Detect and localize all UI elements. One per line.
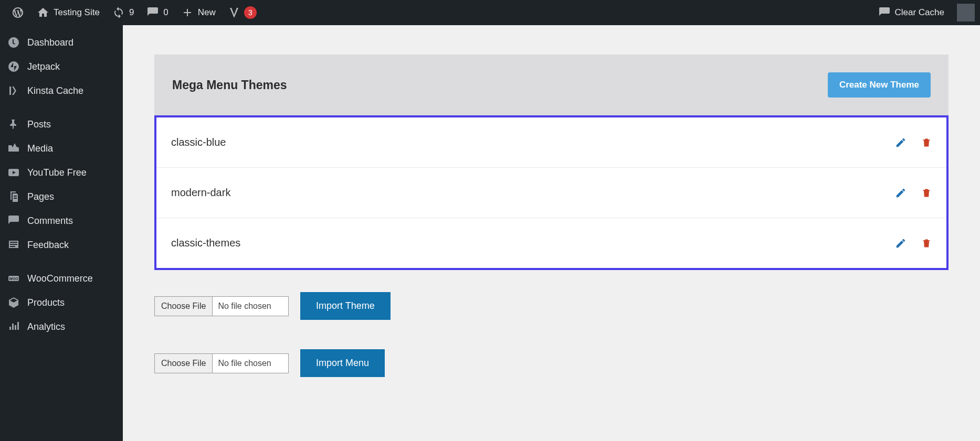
file-status-text: No file chosen [213, 359, 276, 368]
trash-icon[interactable] [921, 238, 932, 249]
sidebar-item-pages[interactable]: Pages [0, 185, 123, 209]
trash-icon[interactable] [921, 137, 932, 148]
theme-name: classic-blue [171, 136, 226, 148]
choose-file-button[interactable]: Choose File [155, 354, 213, 373]
pencil-icon[interactable] [895, 238, 907, 249]
comments-count: 0 [163, 7, 168, 18]
main-content: Mega Menu Themes Create New Theme classi… [123, 25, 980, 441]
theme-name: modern-dark [171, 187, 230, 199]
theme-row: classic-themes [156, 218, 946, 268]
sidebar-item-label: WooCommerce [27, 273, 93, 284]
new-label: New [198, 7, 216, 18]
svg-text:WOO: WOO [9, 277, 18, 281]
site-home[interactable]: Testing Site [30, 0, 106, 25]
panel-header: Mega Menu Themes Create New Theme [154, 55, 949, 115]
sidebar-item-label: Feedback [27, 240, 69, 251]
plus-icon [181, 6, 194, 19]
user-avatar[interactable] [957, 4, 975, 21]
comments-link[interactable]: 0 [140, 0, 174, 25]
sidebar-item-media[interactable]: Media [0, 136, 123, 160]
sidebar-item-label: Comments [27, 216, 73, 227]
feedback-icon [7, 239, 20, 251]
chat-icon [878, 6, 891, 19]
sidebar-item-dashboard[interactable]: Dashboard [0, 30, 123, 55]
comments-icon [7, 214, 20, 227]
updates-count: 9 [129, 7, 134, 18]
yoast-badge: 3 [244, 6, 257, 19]
sidebar-item-label: Analytics [27, 321, 65, 332]
sidebar-item-label: Dashboard [27, 37, 73, 48]
wordpress-icon [12, 6, 24, 19]
theme-name: classic-themes [171, 237, 240, 249]
sidebar-item-youtube[interactable]: YouTube Free [0, 160, 123, 185]
media-icon [7, 142, 20, 155]
yoast[interactable]: 3 [222, 0, 263, 25]
pencil-icon[interactable] [895, 187, 907, 199]
analytics-icon [7, 320, 20, 333]
import-menu-row: Choose File No file chosen Import Menu [154, 349, 949, 377]
box-icon [7, 296, 20, 309]
clear-cache-label: Clear Cache [895, 7, 945, 18]
yoast-icon [228, 6, 241, 19]
sidebar-item-label: YouTube Free [27, 167, 87, 178]
import-theme-button[interactable]: Import Theme [300, 292, 391, 320]
sidebar-item-woo[interactable]: WOOWooCommerce [0, 266, 123, 291]
choose-file-button[interactable]: Choose File [155, 297, 213, 316]
file-input-menu[interactable]: Choose File No file chosen [154, 353, 289, 373]
theme-row: modern-dark [156, 168, 946, 218]
sidebar-item-analytics[interactable]: Analytics [0, 315, 123, 339]
sidebar-item-label: Media [27, 143, 53, 154]
new-content[interactable]: New [175, 0, 222, 25]
admin-toolbar: Testing Site 9 0 New 3 Clear Cache [0, 0, 980, 25]
sidebar-item-label: Kinsta Cache [27, 85, 83, 96]
pages-icon [7, 190, 20, 203]
kinsta-icon [7, 84, 20, 97]
pin-icon [7, 118, 20, 131]
panel-title: Mega Menu Themes [172, 78, 287, 92]
sidebar-item-label: Products [27, 297, 65, 308]
wp-logo[interactable] [5, 0, 30, 25]
home-icon [37, 6, 49, 19]
clear-cache[interactable]: Clear Cache [872, 0, 951, 25]
import-theme-row: Choose File No file chosen Import Theme [154, 292, 949, 320]
file-input-theme[interactable]: Choose File No file chosen [154, 296, 289, 316]
svg-point-0 [8, 61, 19, 72]
comment-icon [146, 6, 159, 19]
updates[interactable]: 9 [106, 0, 140, 25]
sidebar-item-posts[interactable]: Posts [0, 112, 123, 136]
sidebar-item-feedback[interactable]: Feedback [0, 233, 123, 257]
admin-sidebar: Dashboard Jetpack Kinsta Cache Posts Med… [0, 25, 123, 441]
jetpack-icon [7, 60, 20, 73]
trash-icon[interactable] [921, 187, 932, 199]
sidebar-item-kinsta[interactable]: Kinsta Cache [0, 79, 123, 103]
site-title: Testing Site [54, 7, 100, 18]
pencil-icon[interactable] [895, 137, 907, 148]
create-theme-button[interactable]: Create New Theme [828, 72, 931, 98]
sidebar-item-label: Pages [27, 191, 54, 202]
themes-list: classic-blue modern-dark classic-themes [154, 115, 949, 270]
sidebar-item-label: Jetpack [27, 61, 60, 72]
youtube-icon [7, 166, 20, 179]
theme-row: classic-blue [156, 117, 946, 168]
dashboard-icon [7, 36, 20, 49]
woo-icon: WOO [7, 272, 20, 285]
file-status-text: No file chosen [213, 302, 276, 311]
import-menu-button[interactable]: Import Menu [300, 349, 385, 377]
sidebar-item-label: Posts [27, 119, 51, 130]
sidebar-item-products[interactable]: Products [0, 291, 123, 315]
sidebar-item-comments[interactable]: Comments [0, 209, 123, 233]
sidebar-item-jetpack[interactable]: Jetpack [0, 55, 123, 79]
refresh-icon [112, 6, 125, 19]
